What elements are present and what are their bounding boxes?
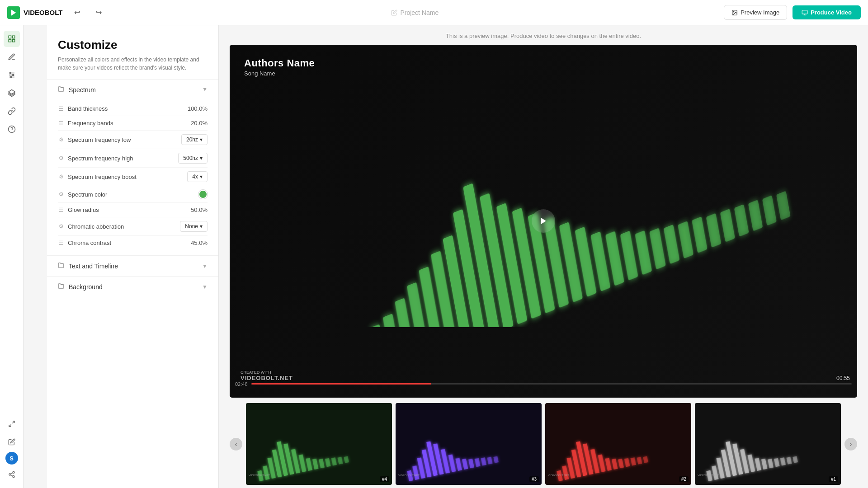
sidebar-item-link[interactable] [4, 103, 20, 119]
sidebar-item-grid[interactable] [4, 31, 20, 47]
spectrum-freq-boost-dropdown[interactable]: 4x ▾ [187, 171, 208, 182]
thumb-badge-4: #4 [380, 476, 389, 482]
glow-radius-label: Glow radius [68, 206, 99, 213]
svg-point-15 [10, 76, 12, 78]
header-right: Preview Image Produce Video [724, 5, 861, 20]
svg-rect-90 [493, 456, 499, 463]
spectrum-freq-high-label: Spectrum frequency high [68, 155, 133, 162]
svg-rect-83 [448, 455, 456, 472]
sliders-icon [8, 71, 16, 79]
video-text-area: Authors Name Song Name [244, 57, 315, 77]
project-name[interactable]: Project Name [400, 9, 439, 16]
thumbnail-2[interactable]: VIDEOBOLT.NET #2 [545, 403, 691, 485]
redo-button[interactable]: ↪ [91, 5, 106, 20]
spectrum-freq-low-dropdown[interactable]: 20hz ▾ [181, 134, 208, 145]
text-timeline-title-row: Text and Timeline [58, 262, 118, 270]
gear-prop-icon-4: ⚙ [58, 191, 64, 197]
play-button[interactable] [532, 209, 555, 233]
edit-project-icon [391, 9, 397, 16]
svg-rect-84 [455, 458, 462, 471]
thumb-spectrum-4 [250, 405, 388, 483]
svg-rect-119 [786, 457, 792, 465]
spectrum-freq-high-chevron: ▾ [200, 155, 203, 161]
svg-rect-48 [620, 231, 638, 281]
chromatic-abberation-dropdown[interactable]: None ▾ [180, 221, 208, 232]
icon-sidebar-bottom: S [4, 416, 20, 483]
glow-radius-value: 50.0% [191, 206, 208, 213]
text-timeline-folder-icon [58, 262, 64, 270]
svg-rect-77 [412, 466, 419, 480]
progress-bar[interactable] [251, 383, 852, 385]
svg-rect-103 [631, 458, 637, 466]
svg-rect-50 [649, 228, 666, 270]
svg-rect-85 [462, 459, 468, 469]
spectrum-freq-high-dropdown[interactable]: 500hz ▾ [178, 153, 208, 164]
user-avatar[interactable]: S [5, 452, 18, 465]
gear-prop-icon-5: ⚙ [58, 223, 64, 230]
sidebar-item-share[interactable] [4, 466, 20, 483]
thumb-canvas-1 [695, 403, 841, 485]
video-icon [802, 9, 808, 16]
icon-sidebar: S [0, 25, 24, 488]
sidebar-item-layers[interactable] [4, 85, 20, 101]
undo-button[interactable]: ↩ [70, 5, 84, 20]
svg-rect-75 [344, 456, 349, 463]
svg-line-25 [10, 473, 13, 474]
svg-rect-100 [612, 459, 618, 469]
text-timeline-chevron-icon: ▼ [202, 263, 208, 269]
spectrum-section-label: Spectrum [69, 86, 96, 94]
sidebar-item-help[interactable] [4, 121, 20, 137]
svg-rect-99 [605, 458, 612, 471]
svg-rect-53 [692, 217, 708, 253]
background-section-header[interactable]: Background ▼ [47, 277, 218, 297]
svg-rect-71 [319, 459, 325, 468]
svg-rect-62 [263, 466, 269, 480]
thumb-badge-2: #2 [679, 476, 689, 482]
sidebar-item-edit[interactable] [4, 434, 20, 450]
sidebar-item-sliders[interactable] [4, 67, 20, 83]
thumb-canvas-4 [246, 403, 392, 485]
text-timeline-section-header[interactable]: Text and Timeline ▼ [47, 256, 218, 276]
prop-frequency-bands-label-row: ☰ Frequency bands [58, 120, 113, 127]
prop-glow-radius: ☰ Glow radius 50.0% [58, 203, 208, 217]
project-name-area[interactable]: Project Name [391, 9, 439, 16]
watermark-large-text: VIDEOBOLT.NET [241, 375, 293, 381]
svg-rect-101 [618, 459, 624, 468]
thumb-spectrum-2 [549, 405, 688, 483]
svg-rect-107 [712, 466, 718, 480]
sliders-prop-icon-2: ☰ [58, 120, 64, 127]
prop-spectrum-freq-low-label-row: ⚙ Spectrum frequency low [58, 136, 131, 143]
spectrum-section-content: ☰ Band thickness 100.0% ☰ Frequency band… [47, 100, 218, 255]
spectrum-color-label: Spectrum color [68, 191, 107, 198]
spectrum-color-swatch[interactable] [198, 190, 208, 199]
svg-rect-117 [774, 458, 780, 467]
sidebar-item-expand[interactable] [4, 416, 20, 432]
video-subtitle: Song Name [244, 70, 315, 77]
svg-rect-118 [780, 458, 786, 466]
svg-rect-9 [9, 40, 11, 42]
chroma-contrast-value: 45.0% [191, 239, 208, 246]
thumb-nav-next[interactable]: › [844, 438, 857, 450]
preview-image-button[interactable]: Preview Image [724, 5, 787, 20]
gear-prop-icon-1: ⚙ [58, 136, 64, 143]
spectrum-section-header[interactable]: Spectrum ▲ [47, 80, 218, 100]
background-title-row: Background [58, 283, 103, 291]
prop-chromatic-abberation-label-row: ⚙ Chromatic abberation [58, 223, 124, 230]
svg-rect-56 [734, 204, 749, 237]
svg-rect-114 [755, 458, 761, 471]
thumbs-container: VIDEOBOLT.NET #4 [246, 403, 841, 485]
thumb-nav-prev[interactable]: ‹ [230, 438, 242, 450]
spectrum-freq-boost-value: 4x [192, 174, 198, 180]
prop-spectrum-color: ⚙ Spectrum color [58, 186, 208, 203]
spectrum-freq-high-value: 500hz [183, 155, 198, 161]
sidebar-item-pen[interactable] [4, 49, 20, 65]
thumbnail-3[interactable]: VIDEOBOLT.NET #3 [396, 403, 542, 485]
header-left: VIDEOBOLT ↩ ↪ [7, 5, 106, 20]
thumbnail-4[interactable]: VIDEOBOLT.NET #4 [246, 403, 392, 485]
svg-rect-92 [562, 466, 569, 480]
thumbnail-1[interactable]: VIDEOBOLT.NET #1 [695, 403, 841, 485]
produce-video-button[interactable]: Produce Video [793, 5, 861, 19]
help-icon [8, 125, 16, 133]
svg-marker-60 [541, 218, 546, 225]
frequency-bands-value: 20.0% [191, 120, 208, 127]
